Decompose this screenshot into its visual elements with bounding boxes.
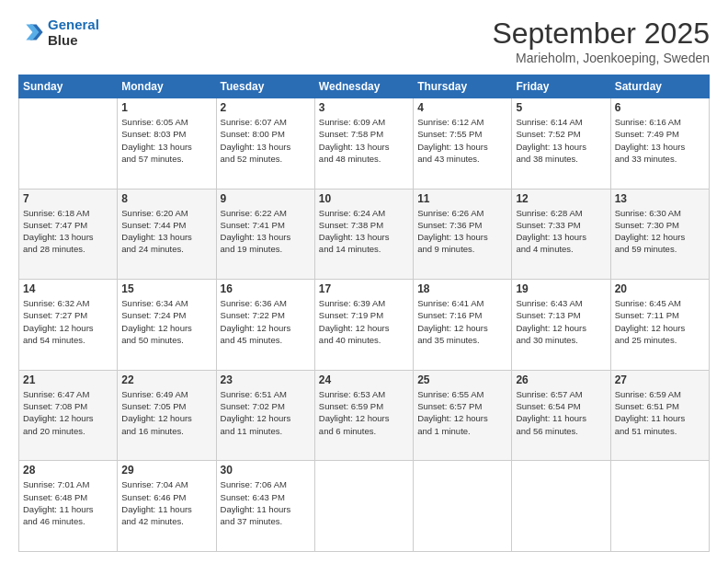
calendar-cell: 5Sunrise: 6:14 AM Sunset: 7:52 PM Daylig… (512, 98, 610, 190)
calendar-cell (19, 98, 118, 190)
calendar-cell: 6Sunrise: 6:16 AM Sunset: 7:49 PM Daylig… (610, 98, 709, 190)
page: General Blue September 2025 Marieholm, J… (0, 0, 728, 563)
day-info: Sunrise: 6:57 AM Sunset: 6:54 PM Dayligh… (516, 388, 606, 437)
day-info: Sunrise: 6:41 AM Sunset: 7:16 PM Dayligh… (417, 297, 507, 346)
day-number: 2 (221, 101, 311, 114)
weekday-header-friday: Friday (512, 75, 610, 98)
day-info: Sunrise: 6:14 AM Sunset: 7:52 PM Dayligh… (516, 116, 606, 165)
calendar-cell: 8Sunrise: 6:20 AM Sunset: 7:44 PM Daylig… (118, 189, 216, 280)
day-info: Sunrise: 6:28 AM Sunset: 7:33 PM Dayligh… (516, 207, 606, 256)
day-number: 17 (319, 282, 409, 295)
day-info: Sunrise: 6:36 AM Sunset: 7:22 PM Dayligh… (221, 297, 311, 346)
calendar-cell (610, 461, 709, 552)
calendar-cell: 1Sunrise: 6:05 AM Sunset: 8:03 PM Daylig… (118, 98, 216, 190)
calendar-cell: 21Sunrise: 6:47 AM Sunset: 7:08 PM Dayli… (19, 370, 118, 461)
day-number: 15 (121, 282, 211, 295)
day-info: Sunrise: 6:51 AM Sunset: 7:02 PM Dayligh… (221, 388, 311, 437)
calendar-cell: 14Sunrise: 6:32 AM Sunset: 7:27 PM Dayli… (19, 280, 118, 371)
calendar-cell: 7Sunrise: 6:18 AM Sunset: 7:47 PM Daylig… (19, 189, 118, 280)
day-number: 16 (221, 282, 311, 295)
day-info: Sunrise: 6:12 AM Sunset: 7:55 PM Dayligh… (417, 116, 507, 165)
day-info: Sunrise: 6:22 AM Sunset: 7:41 PM Dayligh… (221, 207, 311, 256)
day-number: 25 (417, 373, 507, 386)
calendar-cell: 25Sunrise: 6:55 AM Sunset: 6:57 PM Dayli… (414, 370, 512, 461)
day-number: 7 (23, 192, 113, 205)
day-info: Sunrise: 6:53 AM Sunset: 6:59 PM Dayligh… (319, 388, 409, 437)
day-info: Sunrise: 6:43 AM Sunset: 7:13 PM Dayligh… (516, 297, 606, 346)
day-info: Sunrise: 6:34 AM Sunset: 7:24 PM Dayligh… (121, 297, 211, 346)
day-number: 19 (516, 282, 606, 295)
day-number: 21 (23, 373, 113, 386)
day-number: 13 (615, 192, 705, 205)
calendar-week-row: 28Sunrise: 7:01 AM Sunset: 6:48 PM Dayli… (19, 461, 710, 552)
calendar-week-row: 7Sunrise: 6:18 AM Sunset: 7:47 PM Daylig… (19, 189, 710, 280)
calendar-cell: 22Sunrise: 6:49 AM Sunset: 7:05 PM Dayli… (118, 370, 216, 461)
day-info: Sunrise: 6:05 AM Sunset: 8:03 PM Dayligh… (121, 116, 211, 165)
day-number: 14 (23, 282, 113, 295)
day-number: 26 (516, 373, 606, 386)
weekday-header-sunday: Sunday (19, 75, 118, 98)
day-number: 8 (121, 192, 211, 205)
day-info: Sunrise: 6:47 AM Sunset: 7:08 PM Dayligh… (23, 388, 113, 437)
day-info: Sunrise: 6:45 AM Sunset: 7:11 PM Dayligh… (615, 297, 705, 346)
day-info: Sunrise: 6:32 AM Sunset: 7:27 PM Dayligh… (23, 297, 113, 346)
day-number: 10 (319, 192, 409, 205)
weekday-header-row: SundayMondayTuesdayWednesdayThursdayFrid… (19, 75, 710, 98)
calendar-cell: 15Sunrise: 6:34 AM Sunset: 7:24 PM Dayli… (118, 280, 216, 371)
day-number: 1 (121, 101, 211, 114)
day-number: 4 (417, 101, 507, 114)
day-number: 24 (319, 373, 409, 386)
logo-icon (18, 19, 44, 45)
location-subtitle: Marieholm, Joenkoeping, Sweden (492, 51, 710, 65)
logo-general: General (48, 17, 99, 32)
calendar-cell: 18Sunrise: 6:41 AM Sunset: 7:16 PM Dayli… (414, 280, 512, 371)
calendar-cell (414, 461, 512, 552)
logo: General Blue (18, 17, 99, 49)
day-info: Sunrise: 6:09 AM Sunset: 7:58 PM Dayligh… (319, 116, 409, 165)
calendar-cell: 23Sunrise: 6:51 AM Sunset: 7:02 PM Dayli… (216, 370, 314, 461)
calendar-table: SundayMondayTuesdayWednesdayThursdayFrid… (18, 75, 710, 552)
calendar-cell: 3Sunrise: 6:09 AM Sunset: 7:58 PM Daylig… (314, 98, 413, 190)
day-number: 22 (121, 373, 211, 386)
calendar-cell: 12Sunrise: 6:28 AM Sunset: 7:33 PM Dayli… (512, 189, 610, 280)
day-info: Sunrise: 7:01 AM Sunset: 6:48 PM Dayligh… (23, 478, 113, 527)
calendar-cell: 24Sunrise: 6:53 AM Sunset: 6:59 PM Dayli… (314, 370, 413, 461)
calendar-week-row: 14Sunrise: 6:32 AM Sunset: 7:27 PM Dayli… (19, 280, 710, 371)
calendar-cell: 28Sunrise: 7:01 AM Sunset: 6:48 PM Dayli… (19, 461, 118, 552)
day-number: 9 (221, 192, 311, 205)
day-number: 12 (516, 192, 606, 205)
calendar-cell (314, 461, 413, 552)
day-info: Sunrise: 7:06 AM Sunset: 6:43 PM Dayligh… (221, 478, 311, 527)
weekday-header-monday: Monday (118, 75, 216, 98)
day-number: 29 (121, 464, 211, 477)
day-info: Sunrise: 7:04 AM Sunset: 6:46 PM Dayligh… (121, 478, 211, 527)
calendar-cell: 17Sunrise: 6:39 AM Sunset: 7:19 PM Dayli… (314, 280, 413, 371)
day-number: 27 (615, 373, 705, 386)
calendar-cell: 10Sunrise: 6:24 AM Sunset: 7:38 PM Dayli… (314, 189, 413, 280)
calendar-cell: 30Sunrise: 7:06 AM Sunset: 6:43 PM Dayli… (216, 461, 314, 552)
day-info: Sunrise: 6:39 AM Sunset: 7:19 PM Dayligh… (319, 297, 409, 346)
weekday-header-saturday: Saturday (610, 75, 709, 98)
day-info: Sunrise: 6:59 AM Sunset: 6:51 PM Dayligh… (615, 388, 705, 437)
month-title: September 2025 (492, 17, 710, 51)
title-block: September 2025 Marieholm, Joenkoeping, S… (492, 17, 710, 65)
calendar-cell: 19Sunrise: 6:43 AM Sunset: 7:13 PM Dayli… (512, 280, 610, 371)
day-number: 30 (221, 464, 311, 477)
weekday-header-tuesday: Tuesday (216, 75, 314, 98)
calendar-cell: 11Sunrise: 6:26 AM Sunset: 7:36 PM Dayli… (414, 189, 512, 280)
day-info: Sunrise: 6:16 AM Sunset: 7:49 PM Dayligh… (615, 116, 705, 165)
day-info: Sunrise: 6:07 AM Sunset: 8:00 PM Dayligh… (221, 116, 311, 165)
day-number: 5 (516, 101, 606, 114)
calendar-cell: 4Sunrise: 6:12 AM Sunset: 7:55 PM Daylig… (414, 98, 512, 190)
day-number: 23 (221, 373, 311, 386)
day-info: Sunrise: 6:55 AM Sunset: 6:57 PM Dayligh… (417, 388, 507, 437)
calendar-cell: 16Sunrise: 6:36 AM Sunset: 7:22 PM Dayli… (216, 280, 314, 371)
day-number: 11 (417, 192, 507, 205)
calendar-cell (512, 461, 610, 552)
weekday-header-thursday: Thursday (414, 75, 512, 98)
calendar-cell: 29Sunrise: 7:04 AM Sunset: 6:46 PM Dayli… (118, 461, 216, 552)
header: General Blue September 2025 Marieholm, J… (18, 17, 710, 65)
day-info: Sunrise: 6:26 AM Sunset: 7:36 PM Dayligh… (417, 207, 507, 256)
logo-blue: Blue (48, 32, 99, 48)
calendar-cell: 2Sunrise: 6:07 AM Sunset: 8:00 PM Daylig… (216, 98, 314, 190)
